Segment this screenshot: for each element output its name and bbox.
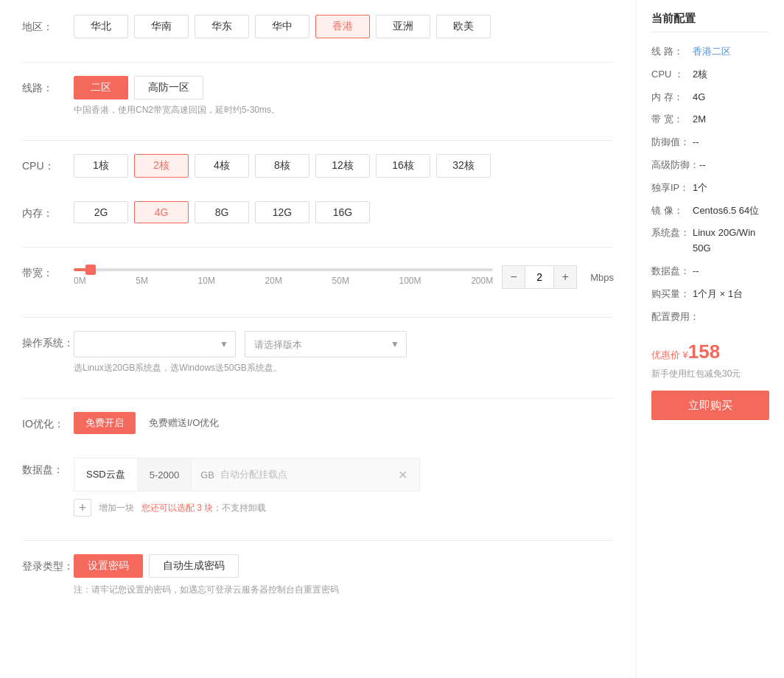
login-section: 登录类型： 设置密码自动生成密码 注：请牢记您设置的密码，如遇忘可登录云服务器控… — [22, 554, 614, 604]
config-key: 配置费用： — [651, 310, 699, 325]
config-key: 系统盘： — [651, 226, 693, 256]
memory-option-12G[interactable]: 12G — [255, 201, 309, 223]
region-option-华北[interactable]: 华北 — [74, 15, 128, 38]
cpu-option-8核[interactable]: 8核 — [255, 154, 309, 178]
login-label: 登录类型： — [22, 554, 74, 573]
disk-section: 数据盘： SSD云盘 5-2000 GB 自动分配挂载点 ✕ + 增加一块 您还… — [22, 458, 614, 524]
line-section: 线路： 二区高防一区 中国香港，使用CN2带宽高速回国，延时约5-30ms。 — [22, 76, 614, 124]
bandwidth-label: 带宽： — [22, 261, 74, 280]
add-disk-label: 增加一块 — [99, 502, 134, 514]
bandwidth-unit: Mbps — [590, 272, 614, 283]
slider-mark: 50M — [332, 276, 349, 286]
cpu-option-32核[interactable]: 32核 — [436, 154, 491, 178]
config-value: -- — [693, 135, 769, 150]
cpu-options: 1核2核4核8核12核16核32核 — [74, 154, 614, 178]
os-label: 操作系统： — [22, 331, 74, 350]
memory-option-16G[interactable]: 16G — [315, 201, 370, 223]
disk-remove-button[interactable]: ✕ — [386, 458, 419, 491]
config-key: 防御值： — [651, 135, 693, 150]
cpu-option-2核[interactable]: 2核 — [134, 154, 189, 178]
price-value: 158 — [688, 340, 720, 363]
config-value: 2M — [693, 112, 769, 127]
config-key: 镜 像： — [651, 203, 693, 219]
io-description: 免费赠送I/O优化 — [149, 416, 219, 430]
line-option-高防一区[interactable]: 高防一区 — [134, 76, 203, 99]
io-open-button[interactable]: 免费开启 — [74, 412, 136, 434]
region-section: 地区： 华北华南华东华中香港亚洲欧美 — [22, 15, 614, 46]
config-item: 镜 像：Centos6.5 64位 — [651, 203, 769, 219]
region-option-华东[interactable]: 华东 — [195, 15, 249, 38]
memory-option-4G[interactable]: 4G — [134, 201, 189, 223]
cpu-section: CPU： 1核2核4核8核12核16核32核 — [22, 154, 614, 185]
os-version-select[interactable]: 请选择版本 — [245, 331, 407, 357]
config-value: 4G — [693, 90, 769, 105]
slider-mark: 100M — [399, 276, 421, 286]
cpu-option-12核[interactable]: 12核 — [315, 154, 370, 178]
price-label: 优惠价 ¥ — [651, 349, 688, 362]
login-note: 注：请牢记您设置的密码，如遇忘可登录云服务器控制台自重置密码 — [74, 584, 614, 596]
config-key: 线 路： — [651, 44, 693, 60]
bandwidth-controls: 0M5M10M20M50M100M200M − + Mbps — [74, 261, 614, 293]
disk-label: 数据盘： — [22, 458, 74, 477]
config-value: 1个 — [693, 181, 769, 196]
os-type-select-wrapper: ▼ — [74, 331, 236, 357]
config-key: 数据盘： — [651, 264, 693, 279]
region-label: 地区： — [22, 15, 74, 34]
slider-thumb[interactable] — [85, 265, 96, 275]
cpu-option-4核[interactable]: 4核 — [195, 154, 249, 178]
config-item: 线 路：香港二区 — [651, 44, 769, 60]
config-value: 2核 — [693, 67, 769, 83]
sidebar-title: 当前配置 — [651, 12, 769, 32]
slider-mark: 0M — [74, 276, 86, 286]
price-section: 优惠价 ¥ 158 新手使用红包减免30元 立即购买 — [651, 336, 769, 420]
region-options: 华北华南华东华中香港亚洲欧美 — [74, 15, 614, 38]
config-key: CPU ： — [651, 67, 693, 83]
os-section: 操作系统： ▼ 请选择版本 ▼ 选L — [22, 331, 614, 382]
disk-type: SSD云盘 — [74, 458, 138, 491]
login-option-自动生成密码[interactable]: 自动生成密码 — [149, 554, 239, 578]
region-option-香港[interactable]: 香港 — [315, 15, 370, 38]
config-item: 系统盘：Linux 20G/Win 50G — [651, 226, 769, 256]
disk-row: SSD云盘 5-2000 GB 自动分配挂载点 ✕ — [74, 458, 420, 492]
disk-size: 5-2000 — [138, 458, 192, 491]
config-key: 内 存： — [651, 90, 693, 105]
config-item: 数据盘：-- — [651, 264, 769, 279]
config-item: 内 存：4G — [651, 90, 769, 105]
disk-mount-placeholder: 自动分配挂载点 — [220, 468, 287, 481]
buy-button[interactable]: 立即购买 — [651, 391, 769, 420]
bandwidth-increase-button[interactable]: + — [554, 266, 576, 288]
bandwidth-value-input[interactable] — [525, 266, 554, 288]
price-note: 新手使用红包减免30元 — [651, 368, 769, 380]
io-section: IO优化： 免费开启 免费赠送I/O优化 — [22, 412, 614, 441]
region-option-华南[interactable]: 华南 — [134, 15, 189, 38]
memory-option-2G[interactable]: 2G — [74, 201, 128, 223]
region-option-亚洲[interactable]: 亚洲 — [376, 15, 430, 38]
memory-options: 2G4G8G12G16G — [74, 201, 614, 223]
config-value: 香港二区 — [693, 44, 769, 60]
login-option-设置密码[interactable]: 设置密码 — [74, 554, 143, 578]
slider-labels: 0M5M10M20M50M100M200M — [74, 276, 493, 286]
config-item: 防御值：-- — [651, 135, 769, 150]
config-value — [699, 310, 769, 325]
region-option-欧美[interactable]: 欧美 — [436, 15, 491, 38]
memory-option-8G[interactable]: 8G — [195, 201, 249, 223]
memory-label: 内存： — [22, 201, 74, 220]
cpu-option-16核[interactable]: 16核 — [376, 154, 430, 178]
add-disk-button[interactable]: + — [74, 499, 91, 517]
cpu-label: CPU： — [22, 154, 74, 173]
slider-mark: 5M — [136, 276, 148, 286]
bandwidth-decrease-button[interactable]: − — [503, 266, 525, 288]
bandwidth-section: 带宽： 0M5M10M20M50M100M200M − + — [22, 261, 614, 301]
sidebar: 当前配置 线 路：香港二区CPU ：2核内 存：4G带 宽：2M防御值：--高级… — [637, 0, 784, 678]
cpu-option-1核[interactable]: 1核 — [74, 154, 128, 178]
io-options: 免费开启 免费赠送I/O优化 — [74, 412, 614, 434]
disk-unit-label: GB 自动分配挂载点 — [192, 458, 386, 491]
line-option-二区[interactable]: 二区 — [74, 76, 128, 99]
slider-mark: 20M — [265, 276, 282, 286]
os-type-select[interactable] — [74, 331, 236, 357]
region-option-华中[interactable]: 华中 — [255, 15, 309, 38]
login-options: 设置密码自动生成密码 — [74, 554, 614, 578]
config-items: 线 路：香港二区CPU ：2核内 存：4G带 宽：2M防御值：--高级防御：--… — [651, 44, 769, 324]
bandwidth-slider-wrapper: 0M5M10M20M50M100M200M — [74, 261, 493, 293]
config-item: 购买量：1个月 × 1台 — [651, 287, 769, 302]
